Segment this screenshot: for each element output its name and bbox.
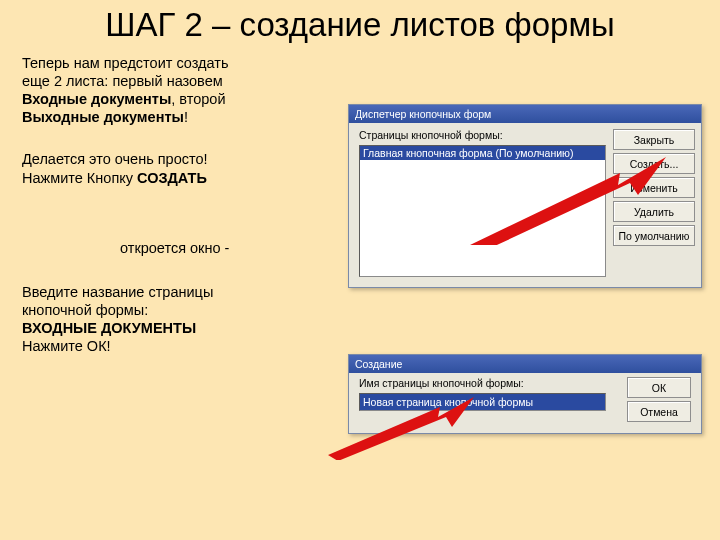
dialog-form-manager: Диспетчер кнопочных форм Страницы кнопоч…: [348, 104, 702, 288]
dialog-create-page: Создание Имя страницы кнопочной формы: Н…: [348, 354, 702, 434]
pages-listbox[interactable]: Главная кнопочная форма (По умолчанию): [359, 145, 606, 277]
list-label: Страницы кнопочной формы:: [359, 129, 503, 141]
paragraph-1: Теперь нам предстоит создать еще 2 листа…: [0, 54, 322, 127]
list-item[interactable]: Главная кнопочная форма (По умолчанию): [360, 146, 605, 160]
dialog-titlebar: Диспетчер кнопочных форм: [349, 105, 701, 123]
paragraph-2: Делается это очень просто! Нажмите Кнопк…: [0, 150, 322, 186]
page-name-input[interactable]: Новая страница кнопочной формы: [359, 393, 606, 411]
dialog-titlebar: Создание: [349, 355, 701, 373]
input-value: Новая страница кнопочной формы: [360, 394, 605, 410]
delete-button[interactable]: Удалить: [613, 201, 695, 222]
default-button[interactable]: По умолчанию: [613, 225, 695, 246]
close-button[interactable]: Закрыть: [613, 129, 695, 150]
paragraph-4: Введите название страницы кнопочной форм…: [0, 283, 322, 356]
cancel-button[interactable]: Отмена: [627, 401, 691, 422]
create-button[interactable]: Создать...: [613, 153, 695, 174]
slide-title: ШАГ 2 – создание листов формы: [0, 0, 720, 48]
ok-button[interactable]: ОК: [627, 377, 691, 398]
input-label: Имя страницы кнопочной формы:: [359, 377, 524, 389]
edit-button[interactable]: Изменить: [613, 177, 695, 198]
